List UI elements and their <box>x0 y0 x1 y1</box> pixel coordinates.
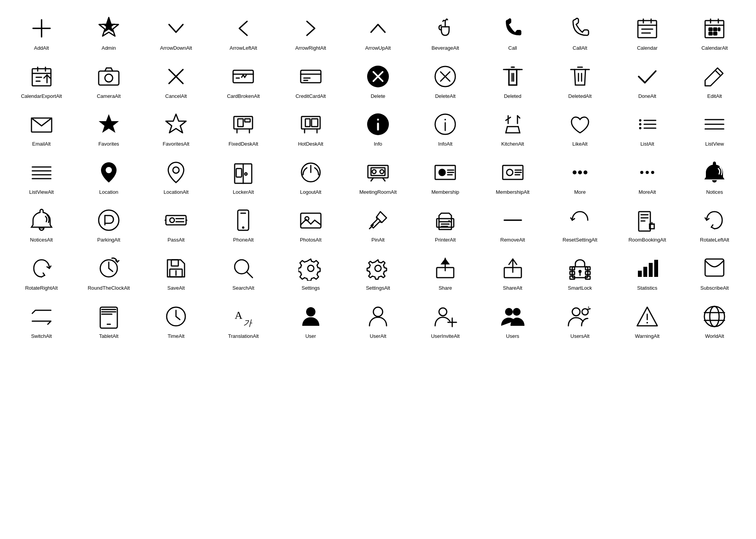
deleted-label: Deleted <box>504 93 521 99</box>
resetsettingalt-icon <box>566 207 594 234</box>
smartlock-label: SmartLock <box>568 285 592 291</box>
svg-rect-29 <box>233 70 253 83</box>
hotdeskalt-icon <box>297 111 324 138</box>
delete-label: Delete <box>371 93 385 99</box>
icon-cell-rotateleftalt: RotateLeftAlt <box>681 200 748 248</box>
icon-cell-roundtheclockalt: RoundTheClockAlt <box>75 248 142 296</box>
favorites-label: Favorites <box>98 141 119 147</box>
calendaralt-icon <box>701 15 728 42</box>
icon-cell-passalt: PassAlt <box>143 200 210 248</box>
icon-cell-notices: Notices <box>681 152 748 200</box>
svg-point-124 <box>99 210 119 230</box>
listviewalt-label: ListViewAlt <box>29 189 54 195</box>
switchalt-label: SwitchAlt <box>31 333 52 339</box>
users-icon <box>499 303 526 330</box>
fixeddeskalt-icon <box>230 111 257 138</box>
printeralt-label: PrinterAlt <box>435 237 456 243</box>
smartlock-icon <box>566 255 594 282</box>
favorites-icon <box>95 111 122 138</box>
settings-label: Settings <box>301 285 320 291</box>
icon-cell-hotdeskalt: HotDeskAlt <box>277 104 344 152</box>
svg-point-114 <box>507 169 513 176</box>
svg-rect-62 <box>245 119 250 122</box>
arrowdownalt-label: ArrowDownAlt <box>160 45 192 51</box>
svg-point-184 <box>439 308 447 316</box>
svg-rect-171 <box>643 267 647 277</box>
svg-point-123 <box>651 171 654 174</box>
icon-cell-donealt: DoneAlt <box>613 56 681 104</box>
lockeralt-label: LockerAlt <box>233 189 254 195</box>
icon-cell-rotaterightalt: RotateRightAlt <box>8 248 75 296</box>
calendaralt-label: CalendarAlt <box>701 45 728 51</box>
timealt-label: TimeAlt <box>167 333 185 339</box>
listview-label: ListView <box>705 141 724 147</box>
searchalt-icon <box>230 255 257 282</box>
icon-cell-membership: Membership <box>412 152 479 200</box>
phonealt-icon <box>230 207 257 234</box>
passalt-label: PassAlt <box>167 237 185 243</box>
users-label: Users <box>506 333 519 339</box>
kitchenalt-icon <box>499 111 526 138</box>
printeralt-icon <box>432 207 459 234</box>
icon-cell-likealt: LikeAlt <box>546 104 613 152</box>
listalt-icon <box>634 111 661 138</box>
svg-rect-103 <box>371 168 385 176</box>
donealt-icon <box>634 63 661 90</box>
icon-cell-deleted: Deleted <box>479 56 546 104</box>
usersalt-icon <box>566 303 594 330</box>
infoalt-label: InfoAlt <box>438 141 453 147</box>
svg-point-126 <box>170 218 174 223</box>
icon-cell-sharealt: ShareAlt <box>479 248 546 296</box>
icon-cell-cameraalt: CameraAlt <box>75 56 142 104</box>
icon-cell-warningalt: WarningAlt <box>613 296 681 344</box>
icon-cell-users: Users <box>479 296 546 344</box>
svg-point-183 <box>373 307 383 316</box>
icon-cell-calendaralt: CalendarAlt <box>681 8 748 56</box>
notices-icon <box>701 159 728 186</box>
photosalt-label: PhotosAlt <box>300 237 322 243</box>
svg-line-56 <box>715 70 721 76</box>
icon-cell-delete: Delete <box>344 56 411 104</box>
icon-cell-statistics: Statistics <box>613 248 681 296</box>
svg-rect-136 <box>439 222 451 230</box>
icon-cell-searchalt: SearchAlt <box>210 248 277 296</box>
icon-cell-editalt: EditAlt <box>681 56 748 104</box>
svg-point-187 <box>505 308 513 316</box>
icon-cell-roombookingalt: RoomBookingAlt <box>613 200 681 248</box>
icon-cell-userinvitealt: UserInviteAlt <box>412 296 479 344</box>
icon-cell-emailalt: EmailAlt <box>8 104 75 152</box>
icon-cell-subscribealt: SubscribeAlt <box>681 248 748 296</box>
svg-point-81 <box>639 119 641 122</box>
passalt-icon <box>162 207 190 234</box>
info-label: Info <box>374 141 382 147</box>
icon-cell-parkingalt: ParkingAlt <box>75 200 142 248</box>
addalt-icon <box>28 15 55 42</box>
svg-rect-17 <box>714 32 717 35</box>
photosalt-icon <box>297 207 324 234</box>
rotaterightalt-label: RotateRightAlt <box>25 285 58 291</box>
infoalt-icon <box>432 111 459 138</box>
icon-cell-listviewalt: ListViewAlt <box>8 152 75 200</box>
listview-icon <box>701 111 728 138</box>
svg-point-130 <box>242 226 244 229</box>
svg-rect-14 <box>714 28 717 31</box>
editalt-label: EditAlt <box>707 93 722 99</box>
cameraalt-label: CameraAlt <box>97 93 120 99</box>
pinalt-icon <box>364 207 392 234</box>
logoutalt-icon <box>297 159 324 186</box>
svg-rect-174 <box>100 307 117 328</box>
deletealt-icon <box>432 63 459 90</box>
arrowupalt-icon <box>364 15 392 42</box>
arrowrightalt-icon <box>297 15 324 42</box>
icon-cell-arrowleftalt: ArrowLeftAlt <box>210 8 277 56</box>
user-icon <box>297 303 324 330</box>
favoritesalt-label: FavoritesAlt <box>163 141 190 147</box>
roombookingalt-icon <box>634 207 661 234</box>
delete-icon <box>364 63 392 90</box>
svg-point-82 <box>639 123 641 125</box>
icon-cell-callalt: CallAlt <box>546 8 613 56</box>
deletedalt-icon <box>566 63 594 90</box>
icon-cell-logoutalt: LogoutAlt <box>277 152 344 200</box>
admin-label: Admin <box>101 45 116 51</box>
editalt-icon <box>701 63 728 90</box>
